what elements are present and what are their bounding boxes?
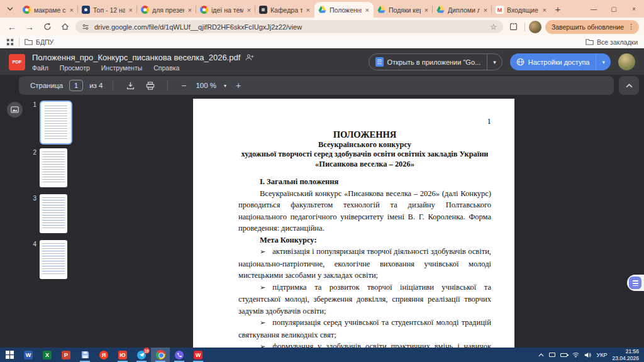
zoom-level[interactable]: 100 % — [196, 82, 216, 89]
taskbar-viber[interactable] — [170, 348, 189, 362]
bookmark-star-icon[interactable]: ☆ — [490, 23, 497, 31]
page-number-input[interactable] — [69, 80, 83, 91]
viewer-toolbar: Страница из 4 − 100 % ▾ + — [19, 76, 614, 95]
tray-volume-icon[interactable] — [584, 352, 591, 358]
floppy-disk-icon — [81, 351, 89, 359]
side-panel-button[interactable] — [507, 20, 521, 34]
google-favicon-icon — [141, 6, 149, 14]
tab-label: Топ - 12 найкр — [93, 6, 125, 14]
tab-idei[interactable]: ідеї на тему ко × — [196, 2, 255, 18]
forward-button[interactable]: → — [23, 20, 36, 34]
tray-expand-button[interactable] — [538, 353, 544, 357]
viewer-menu-row: Файл Просмотр Инструменты Справка — [32, 64, 254, 72]
tab-makrame[interactable]: макраме сова × — [19, 2, 78, 18]
document-page: 1 ПОЛОЖЕННЯ Всеукраїнського конкурсу худ… — [193, 99, 514, 348]
tab-polozhennya-active[interactable]: Положення_п × — [314, 2, 374, 18]
browser-menu-icon[interactable]: ⋮ — [628, 23, 635, 31]
back-button[interactable]: ← — [5, 20, 19, 34]
tab-close-icon[interactable]: × — [483, 6, 488, 14]
taskbar-red-app[interactable]: Ю — [113, 348, 132, 362]
share-settings-caret-icon[interactable]: ▾ — [596, 59, 611, 65]
reload-button[interactable] — [40, 20, 54, 34]
bullet-arrow-icon: ➢ — [260, 248, 265, 256]
tab-close-icon[interactable]: × — [247, 6, 252, 14]
floating-extension-button[interactable] — [627, 275, 644, 291]
tab-gmail-inbox[interactable]: M Входящие (68 × — [492, 2, 551, 18]
thumbnail-panel-toggle[interactable] — [7, 102, 23, 118]
open-in-app-caret-icon[interactable]: ▾ — [487, 59, 502, 65]
apps-grid-icon[interactable] — [6, 38, 14, 46]
taskbar-wordwall[interactable]: W — [189, 348, 208, 362]
clock[interactable]: 21:56 23.04.2026 — [612, 348, 639, 361]
globe-icon — [516, 58, 525, 66]
tab-close-icon[interactable]: × — [306, 6, 311, 14]
zoom-out-button[interactable]: − — [178, 80, 189, 90]
share-settings-main[interactable]: Настройки доступа — [510, 58, 596, 66]
thumbnail-page-image — [40, 240, 67, 279]
taskbar-save-app[interactable] — [75, 348, 94, 362]
menu-file[interactable]: Файл — [32, 64, 48, 72]
account-avatar[interactable] — [618, 53, 635, 70]
all-bookmarks-button[interactable]: Все закладки — [586, 38, 638, 46]
taskbar-word[interactable]: W — [19, 348, 38, 362]
close-button[interactable]: × — [624, 0, 644, 18]
share-person-add-icon[interactable] — [245, 53, 254, 61]
tab-podyaky[interactable]: Подяки керів × — [374, 2, 433, 18]
viewer-content: Страница из 4 − 100 % ▾ + 1 — [0, 75, 644, 348]
finish-update-button[interactable]: Завершить обновление ⋮ — [545, 20, 639, 34]
thumbnail-selected-frame[interactable] — [40, 101, 72, 145]
tab-presentation[interactable]: для презентац × — [137, 2, 196, 18]
zoom-caret-icon[interactable]: ▾ — [224, 83, 226, 89]
open-in-app-button[interactable]: Открыть в приложении "Go... ▾ — [369, 53, 502, 70]
print-button[interactable] — [143, 79, 157, 92]
minimize-button[interactable]: — — [584, 0, 604, 18]
taskbar-powerpoint[interactable]: P — [57, 348, 75, 362]
gmail-favicon-icon: M — [496, 6, 504, 14]
home-button[interactable] — [58, 20, 72, 34]
bullet-item: ➢активізація і популяризація творчої дія… — [238, 246, 491, 282]
taskbar-chrome[interactable] — [151, 348, 170, 362]
tray-display-icon[interactable] — [549, 353, 555, 357]
menu-help[interactable]: Справка — [153, 64, 179, 72]
menu-view[interactable]: Просмотр — [60, 64, 90, 72]
word-icon: W — [24, 351, 33, 359]
tab-dyplomy[interactable]: Дипломи лау × — [433, 2, 492, 18]
taskbar-excel[interactable]: X — [38, 348, 57, 362]
new-tab-button[interactable]: + — [551, 2, 565, 16]
language-indicator[interactable]: УКР — [596, 352, 607, 358]
tab-close-icon[interactable]: × — [365, 6, 370, 14]
viber-icon — [175, 351, 184, 359]
tab-close-icon[interactable]: × — [128, 6, 133, 14]
tab-kafedra[interactable]: Кафедра теор × — [255, 2, 314, 18]
thumbnail-page-1[interactable]: 1 — [29, 101, 72, 145]
tab-search-button[interactable] — [3, 3, 17, 15]
tab-close-icon[interactable]: × — [187, 6, 192, 14]
open-in-app-main[interactable]: Открыть в приложении "Go... — [369, 57, 487, 67]
tray-battery-icon[interactable] — [560, 353, 567, 357]
drive-favicon-icon — [436, 6, 445, 14]
tab-close-icon[interactable]: × — [542, 6, 547, 14]
thumbnail-page-4[interactable]: 4 — [29, 240, 67, 279]
bullet-text: активізація і популяризація творчої діял… — [238, 247, 491, 280]
chevron-down-icon — [7, 7, 13, 11]
tray-wifi-icon[interactable] — [572, 352, 579, 358]
site-info-icon — [82, 23, 89, 31]
zoom-in-button[interactable]: + — [233, 80, 244, 90]
thumbnail-page-2[interactable]: 2 — [29, 148, 67, 187]
maximize-button[interactable]: ▢ — [604, 0, 624, 18]
taskbar-telegram[interactable]: 10 — [132, 348, 151, 362]
tab-close-icon[interactable]: × — [69, 6, 74, 14]
start-button[interactable] — [0, 348, 19, 362]
taskbar-yandex[interactable]: Я — [94, 348, 113, 362]
tab-close-icon[interactable]: × — [424, 6, 429, 14]
red-app-icon: Ю — [118, 351, 127, 359]
bookmark-folder-bdpu[interactable]: БДПУ — [25, 38, 53, 46]
profile-avatar[interactable] — [529, 21, 541, 33]
collapse-toolbar-button[interactable] — [619, 76, 639, 95]
thumbnail-page-3[interactable]: 3 — [29, 194, 67, 233]
tab-top12[interactable]: Топ - 12 найкр × — [78, 2, 137, 18]
url-bar[interactable]: drive.google.com/file/d/1qWLUf__qjifRD2H… — [75, 20, 503, 33]
download-button[interactable] — [123, 79, 137, 92]
share-settings-button[interactable]: Настройки доступа ▾ — [510, 53, 611, 70]
menu-tools[interactable]: Инструменты — [101, 64, 142, 72]
